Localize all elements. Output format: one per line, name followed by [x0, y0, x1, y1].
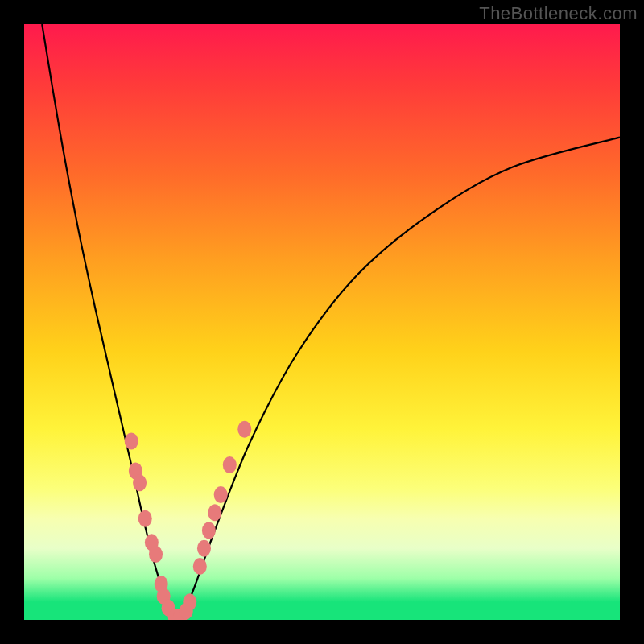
curve-marker: [223, 456, 237, 473]
curve-marker: [237, 421, 251, 438]
curve-marker: [138, 510, 152, 527]
curve-marker: [125, 433, 138, 450]
curve-marker: [208, 504, 221, 521]
curve-marker: [183, 593, 196, 610]
bottleneck-curve: [42, 24, 620, 620]
curve-marker: [149, 546, 163, 563]
curve-marker: [133, 474, 147, 491]
curve-marker: [193, 558, 207, 575]
chart-frame: TheBottleneck.com: [0, 0, 644, 644]
curve-marker: [202, 522, 216, 539]
bottleneck-chart-svg: [24, 24, 620, 620]
curve-markers: [125, 421, 252, 620]
curve-marker: [197, 540, 211, 557]
plot-area: [24, 24, 620, 620]
watermark-text: TheBottleneck.com: [479, 3, 638, 24]
curve-marker: [214, 486, 228, 503]
